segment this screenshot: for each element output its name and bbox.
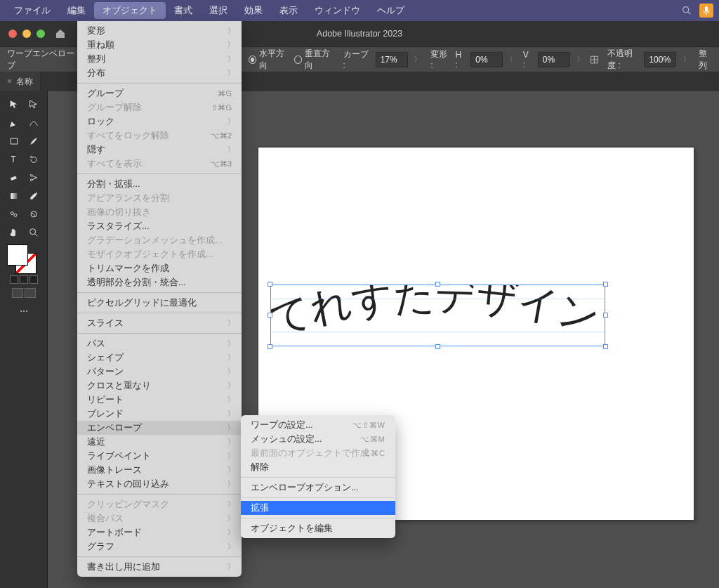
menu-item: 画像の切り抜き: [77, 205, 242, 219]
opacity-value[interactable]: 100%: [644, 52, 676, 67]
svg-rect-2: [705, 6, 708, 12]
menu-item[interactable]: 透明部分を分割・統合...: [77, 275, 242, 289]
rotate-tool[interactable]: [24, 152, 44, 167]
deform-h-value[interactable]: 0%: [470, 52, 503, 67]
type-tool[interactable]: T: [4, 152, 24, 167]
menu-select[interactable]: 選択: [201, 2, 236, 19]
pen-tool[interactable]: [4, 115, 24, 131]
menu-item[interactable]: 遠近〉: [77, 435, 242, 449]
menubar: ファイル 編集 オブジェクト 書式 選択 効果 表示 ウィンドウ ヘルプ: [0, 0, 719, 21]
menu-item[interactable]: 書き出し用に追加〉: [77, 560, 242, 574]
menu-item: クリッピングマスク〉: [77, 497, 242, 511]
window-zoom[interactable]: [37, 30, 45, 38]
chevron-icon[interactable]: 〉: [682, 55, 690, 64]
menu-item[interactable]: テキストの回り込み〉: [77, 477, 242, 491]
menu-item[interactable]: ライブペイント〉: [77, 449, 242, 463]
submenu-item[interactable]: メッシュの設定...⌥⌘M: [241, 432, 395, 446]
svg-point-10: [30, 174, 32, 176]
window-close[interactable]: [8, 30, 17, 38]
submenu-item[interactable]: ワープの設定...⌥⇧⌘W: [241, 418, 395, 432]
screen-mode-row[interactable]: [12, 288, 36, 298]
svg-point-0: [683, 7, 689, 13]
color-mode-row[interactable]: [10, 275, 38, 284]
menu-item[interactable]: アートボード〉: [77, 525, 242, 540]
menu-item[interactable]: パターン〉: [77, 365, 242, 379]
grid-icon[interactable]: [590, 54, 599, 65]
submenu-item[interactable]: 解除: [241, 460, 395, 474]
zoom-tool[interactable]: [24, 225, 44, 240]
menu-edit[interactable]: 編集: [59, 2, 94, 19]
svg-rect-9: [10, 176, 16, 180]
menu-help[interactable]: ヘルプ: [369, 2, 413, 19]
menu-item[interactable]: パス〉: [77, 337, 242, 351]
hand-tool[interactable]: [4, 225, 24, 240]
menu-object[interactable]: オブジェクト: [94, 2, 166, 19]
menu-item[interactable]: 変形〉: [77, 24, 242, 38]
gradient-tool[interactable]: [4, 188, 24, 204]
selection-tool[interactable]: [4, 97, 24, 112]
menu-item[interactable]: 重ね順〉: [77, 38, 242, 52]
window-minimize[interactable]: [22, 30, 31, 38]
eyedropper-tool[interactable]: [24, 188, 44, 204]
menu-view[interactable]: 表示: [271, 2, 306, 19]
align-button[interactable]: 整列: [699, 48, 712, 72]
fill-stroke-swatch[interactable]: [7, 244, 41, 274]
menu-window[interactable]: ウィンドウ: [306, 2, 369, 19]
menu-item[interactable]: ロック〉: [77, 115, 242, 129]
menu-item[interactable]: 隠す〉: [77, 143, 242, 157]
close-icon[interactable]: ×: [7, 77, 12, 86]
deform-v-value[interactable]: 0%: [538, 52, 570, 67]
symbol-tool[interactable]: [4, 207, 24, 222]
menu-item[interactable]: トリムマークを作成: [77, 261, 242, 275]
menu-item[interactable]: クロスと重なり〉: [77, 379, 242, 393]
tools-panel: T: [0, 91, 48, 588]
document-tab[interactable]: × 名称: [0, 72, 41, 91]
eraser-tool[interactable]: [4, 170, 24, 185]
brush-tool[interactable]: [24, 133, 44, 149]
submenu-item[interactable]: エンベロープオプション...: [241, 481, 395, 495]
selection-bounding-box[interactable]: てれすたデザイン: [270, 285, 605, 346]
chevron-icon[interactable]: 〉: [508, 55, 517, 64]
home-icon[interactable]: [55, 28, 66, 39]
svg-line-1: [688, 12, 691, 15]
menu-file[interactable]: ファイル: [6, 2, 59, 19]
menu-item[interactable]: エンベロープ〉: [77, 421, 242, 435]
radio-horizontal[interactable]: 水平方向: [249, 48, 289, 72]
svg-point-19: [23, 311, 25, 312]
search-icon[interactable]: [681, 5, 692, 16]
edit-toolbar[interactable]: [14, 303, 34, 319]
curvature-tool[interactable]: [24, 115, 44, 131]
chevron-icon[interactable]: 〉: [414, 55, 423, 64]
menu-item[interactable]: 画像トレース〉: [77, 463, 242, 477]
menu-item[interactable]: スライス〉: [77, 316, 242, 330]
submenu-item[interactable]: 拡張: [241, 501, 395, 515]
menu-effect[interactable]: 効果: [236, 2, 271, 19]
curve-value[interactable]: 17%: [376, 52, 408, 67]
envelope-submenu: ワープの設定...⌥⇧⌘Wメッシュの設定...⌥⌘M最前面のオブジェクトで作成⌥…: [241, 415, 395, 538]
menu-item[interactable]: 分布〉: [77, 66, 242, 80]
svg-text:T: T: [11, 155, 16, 164]
menu-item[interactable]: ブレンド〉: [77, 407, 242, 421]
menu-item[interactable]: シェイプ〉: [77, 351, 242, 365]
shape-builder-tool[interactable]: [24, 207, 44, 222]
mic-icon[interactable]: [699, 4, 713, 18]
menu-item[interactable]: グループ⌘G: [77, 86, 242, 100]
svg-point-13: [11, 212, 13, 215]
menu-item[interactable]: 整列〉: [77, 52, 242, 66]
menu-item[interactable]: グラフ〉: [77, 540, 242, 554]
opacity-label: 不透明度 :: [607, 48, 638, 72]
menu-item[interactable]: リピート〉: [77, 393, 242, 407]
direct-select-tool[interactable]: [24, 97, 44, 112]
menu-item: すべてをロック解除⌥⌘2: [77, 129, 242, 143]
scissors-tool[interactable]: [24, 170, 44, 185]
menu-type[interactable]: 書式: [166, 2, 201, 19]
radio-vertical[interactable]: 垂直方向: [294, 48, 334, 72]
submenu-item[interactable]: オブジェクトを編集: [241, 521, 395, 535]
chevron-icon[interactable]: 〉: [576, 55, 585, 64]
menu-item[interactable]: ピクセルグリッドに最適化: [77, 296, 242, 310]
menu-item[interactable]: ラスタライズ...: [77, 219, 242, 233]
deform-v-label: V :: [523, 50, 532, 70]
menu-item[interactable]: 分割・拡張...: [77, 177, 242, 191]
rect-tool[interactable]: [4, 133, 24, 149]
menu-item: 複合パス〉: [77, 511, 242, 525]
